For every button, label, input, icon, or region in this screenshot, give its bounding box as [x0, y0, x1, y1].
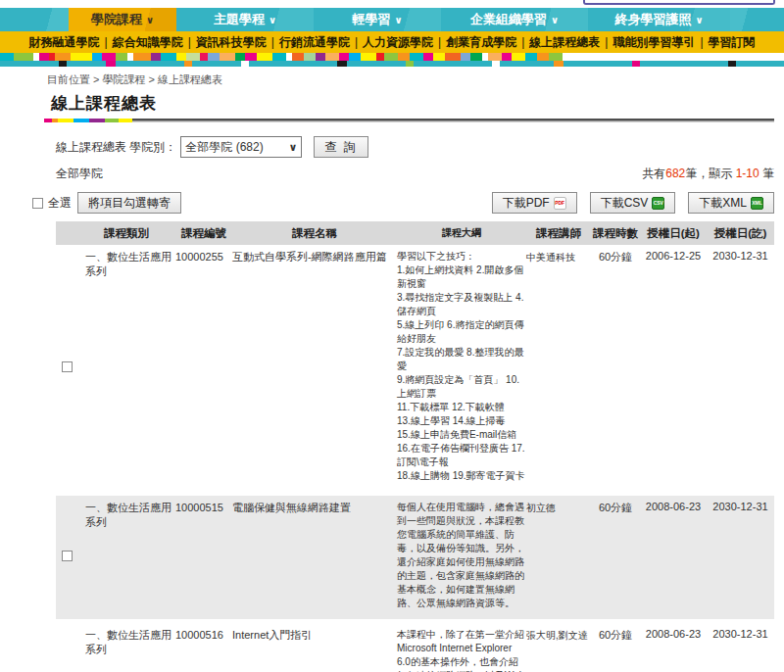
mosaic-segment	[133, 53, 151, 61]
csv-file-icon: CSV	[652, 197, 664, 210]
page: 學院課程∨主題學程∨輕學習∨企業組織學習∨終身學習護照∨ 財務融通學院|綜合知識…	[0, 0, 784, 672]
submenu-separator: |	[605, 35, 608, 49]
chevron-down-icon: ∨	[269, 15, 276, 25]
select-all-label: 全選	[48, 195, 72, 212]
download-csv-button[interactable]: 下載CSVCSV	[590, 192, 676, 214]
cell-instructor: 初立德	[526, 501, 591, 610]
row-checkbox-cell	[56, 628, 77, 672]
mosaic-segment	[423, 53, 433, 61]
xml-file-icon: XML	[751, 197, 763, 210]
summary-prefix: 共有	[642, 167, 665, 180]
submenu-separator: |	[188, 35, 191, 49]
nav-tab-label: 主題學程	[214, 12, 265, 26]
submenu-link[interactable]: 行銷流通學院	[279, 34, 350, 51]
cell-code: 10000255	[175, 250, 232, 483]
mosaic-segment	[445, 53, 461, 61]
table-row: 一、數位生活應用系列10000516Internet入門指引本課程中，除了在第一…	[56, 623, 774, 672]
chevron-down-icon: ∨	[394, 15, 402, 25]
submenu-link[interactable]: 學習訂閱	[709, 34, 756, 51]
header-cell-7: 授權日(訖)	[707, 226, 774, 241]
table-row: 一、數位生活應用系列10000515電腦保健與無線網路建置每個人在使用電腦時，總…	[56, 496, 774, 619]
cell-category: 一、數位生活應用系列	[77, 250, 175, 483]
cell-date-end: 2030-12-31	[707, 501, 774, 610]
mosaic-segment	[92, 53, 102, 61]
cell-date-end: 2030-12-31	[707, 628, 774, 672]
submenu-link[interactable]: 綜合知識學院	[113, 34, 183, 51]
submenu-link[interactable]: 線上課程總表	[529, 34, 600, 51]
mosaic-segment	[257, 53, 272, 61]
mosaic-segment	[304, 53, 316, 61]
submenu-link[interactable]: 職能別學習導引	[612, 34, 695, 51]
search-button[interactable]: 查 詢	[314, 136, 368, 158]
cell-date-start: 2008-06-23	[640, 501, 707, 610]
summary-suffix: 筆	[760, 167, 774, 180]
cell-name: 互動式自學系列-網際網路應用篇	[232, 250, 397, 483]
download-pdf-button[interactable]: 下載PDFPDF	[492, 192, 577, 214]
mosaic-segment	[525, 53, 537, 61]
submenu-separator: |	[105, 35, 108, 49]
header-cell-1: 課程編號	[175, 226, 232, 241]
submenu-link[interactable]: 資訊科技學院	[196, 34, 267, 51]
mosaic-segment	[349, 53, 361, 61]
cell-hours: 60分鐘	[591, 501, 640, 610]
nav-spacer	[730, 8, 784, 31]
row-checkbox[interactable]	[62, 551, 73, 561]
title-divider-colors	[44, 119, 132, 122]
mosaic-segment	[161, 53, 176, 61]
college-select[interactable]: 全部學院 (682) ∨	[180, 136, 302, 158]
submenu-link[interactable]: 人力資源學院	[363, 34, 433, 51]
cell-instructor: 中美通科技	[526, 250, 591, 483]
cell-date-start: 2006-12-25	[640, 250, 707, 483]
mosaic-segment	[325, 53, 339, 61]
nav-tab-4[interactable]: 終身學習護照∨	[588, 8, 730, 31]
cell-code: 10000515	[175, 501, 232, 610]
course-table: 課程類別課程編號課程名稱課程大綱課程講師課程時數授權日(起)授權日(訖) 一、數…	[56, 221, 774, 672]
forward-selected-button[interactable]: 將項目勾選轉寄	[77, 192, 181, 214]
download-button-label: 下載CSV	[601, 195, 649, 212]
filter-row: 線上課程總表 學院別： 全部學院 (682) ∨ 查 詢	[56, 136, 784, 158]
row-checkbox-cell	[56, 501, 77, 610]
chevron-down-icon: ∨	[695, 15, 703, 25]
cell-outline: 學習以下之技巧： 1.如何上網找資料 2.開啟多個新視窗 3.尋找指定文字及複製…	[397, 250, 526, 483]
submenu-separator: |	[700, 35, 703, 49]
nav-tab-1[interactable]: 主題學程∨	[176, 8, 314, 31]
cell-category-text: 一、數位生活應用系列	[85, 501, 175, 530]
row-checkbox-cell	[56, 250, 77, 483]
result-summary: 共有682筆，顯示 1-10 筆	[642, 166, 774, 182]
title-divider	[44, 119, 774, 122]
summary-total: 682	[665, 167, 685, 180]
cell-category-text: 一、數位生活應用系列	[85, 250, 175, 279]
nav-tab-0[interactable]: 學院課程∨	[69, 8, 176, 31]
header-cell-3: 課程大綱	[397, 226, 526, 240]
mosaic-segment	[245, 53, 257, 61]
nav-tab-2[interactable]: 輕學習∨	[314, 8, 441, 31]
nav-tab-3[interactable]: 企業組織學習∨	[441, 8, 588, 31]
mosaic-strip-top	[0, 53, 784, 61]
row-checkbox[interactable]	[62, 361, 73, 372]
download-xml-button[interactable]: 下載XMLXML	[688, 192, 774, 214]
mosaic-segment	[316, 53, 325, 61]
mosaic-segment	[461, 53, 470, 61]
header-cell-2: 課程名稱	[232, 226, 397, 241]
cell-code: 10000516	[175, 628, 232, 672]
mosaic-segment	[14, 53, 33, 61]
mosaic-segment	[384, 53, 398, 61]
submenu-link[interactable]: 財務融通學院	[29, 34, 100, 51]
top-search-box[interactable]	[583, 0, 775, 5]
pdf-file-icon: PDF	[554, 197, 566, 210]
scope-row: 全部學院 共有682筆，顯示 1-10 筆	[56, 166, 774, 182]
mosaic-segment	[39, 53, 49, 61]
nav-tab-label: 終身學習護照	[614, 12, 691, 26]
submenu-separator: |	[355, 35, 358, 49]
mosaic-segment	[186, 53, 200, 61]
submenu-link[interactable]: 創業育成學院	[446, 34, 516, 51]
mosaic-segment	[102, 53, 116, 61]
mosaic-segment	[512, 53, 525, 61]
nav-tab-label: 學院課程	[91, 12, 142, 26]
submenu-separator: |	[438, 35, 441, 49]
select-all-checkbox[interactable]	[32, 198, 43, 209]
submenu-separator: |	[271, 35, 274, 49]
table-body: 一、數位生活應用系列10000255互動式自學系列-網際網路應用篇學習以下之技巧…	[56, 245, 774, 672]
title-divider-line	[132, 119, 774, 122]
cell-hours: 60分鐘	[591, 628, 640, 672]
